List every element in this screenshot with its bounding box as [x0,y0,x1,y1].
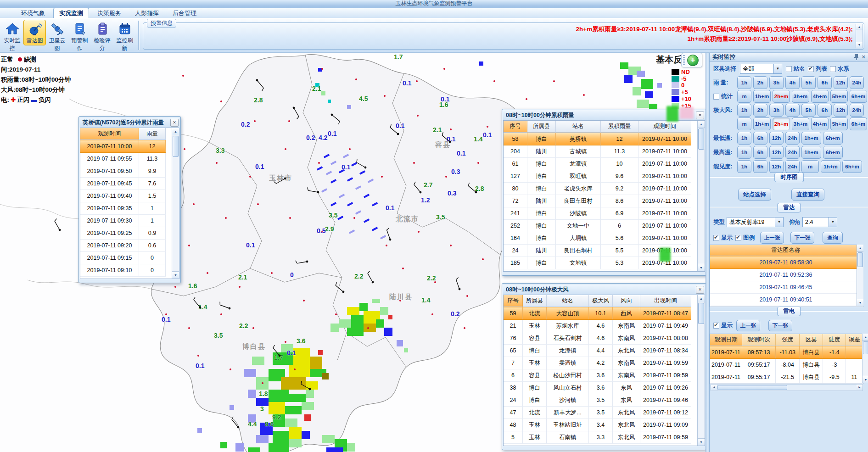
scroll-thumb[interactable] [717,385,787,390]
table-row[interactable]: 61博白龙潭镇102019-07-11 10:00 [504,158,691,170]
radar-type-select[interactable]: 基本反射率19 ▼ [727,217,784,227]
period-button-24h[interactable]: 24h [785,146,800,159]
scroll-down-icon[interactable]: ▼ [857,299,863,306]
period-button-1h+m[interactable]: 1h+m [753,90,771,103]
table-row[interactable]: 65博白龙潭镇4.4东北风2019-07-11 08:34 [504,345,691,357]
map-view[interactable]: 1.72.12.84.51.62.11.43.32.22.72.83.53.52… [0,53,706,452]
close-icon[interactable]: ✕ [170,119,179,127]
period-button-5h+m[interactable]: 5h+m [830,90,848,103]
table-row[interactable]: 252博白文地一中62019-07-11 10:00 [504,220,691,232]
table-row[interactable]: 164博白大垌镇5.62019-07-11 10:00 [504,232,691,245]
table-row[interactable]: 80博白老虎头水库9.22019-07-11 10:00 [504,183,691,195]
period-button-5h+m[interactable]: 5h+m [830,117,848,130]
period-button-2h+m[interactable]: 2h+m [773,117,790,130]
horizontal-scrollbar[interactable]: ◄ ► [711,384,863,391]
period-button-6h+m[interactable]: 6h+m [842,160,862,173]
period-button-1h[interactable]: 1h [737,160,751,173]
toolbar-button-卫星云图[interactable]: 卫星云图 [46,20,68,53]
column-header[interactable]: 极大风 [589,295,613,307]
period-button-3h+m[interactable]: 3h+m [792,117,809,130]
scroll-right-icon[interactable]: ► [857,385,862,390]
scroll-thumb[interactable] [863,341,868,354]
table-row[interactable]: 241博白沙陂镇6.92019-07-11 10:00 [504,207,691,220]
table-row[interactable]: 2019-07-11 09:150 [80,252,166,264]
statistics-checkbox[interactable] [713,94,719,100]
legend-toolbar[interactable]: + [681,53,702,67]
vertical-scrollbar[interactable]: ▲ ▼ [697,121,705,271]
column-header[interactable]: 雨量 [139,128,166,140]
toolbar-button-检验评分[interactable]: 检验评分 [91,20,113,53]
period-button-m[interactable]: m [737,90,751,103]
table-row[interactable]: 48玉林玉林站旧址3.4东北风2019-07-11 09:09 [504,419,691,431]
table-row[interactable]: 38博白凤山立石村3.6东风2019-07-11 09:26 [504,382,691,394]
layer-列表-checkbox[interactable] [808,66,814,72]
chevron-down-icon[interactable]: ▼ [775,218,783,227]
toolbar-button-预警制作[interactable]: 预警制作 [68,20,91,53]
period-button-4h+m[interactable]: 4h+m [811,90,829,103]
menu-tab-环境气象[interactable]: 环境气象 [16,8,50,18]
table-row[interactable]: 2019-07-11 09:509.9 [80,165,166,178]
period-button-4h+m[interactable]: 4h+m [811,117,829,130]
toolbar-button-实时监控[interactable]: 实时监控 [1,20,23,53]
period-button-m[interactable]: m [801,160,819,173]
direct-query-button[interactable]: 直接查询 [791,189,824,201]
station-select-button[interactable]: 站点选择 [738,189,771,201]
window-titlebar[interactable]: 英桥镇(N5702)逐5分钟累计雨量 ✕ [80,117,179,128]
alert-scrollbar[interactable]: ▲ ▼ [856,24,863,48]
table-row[interactable]: 2019-07-11 09:301 [80,215,166,227]
scroll-thumb[interactable] [173,136,179,157]
scroll-down-icon[interactable]: ▼ [856,42,862,48]
layer-站名-checkbox[interactable] [786,66,792,72]
radar-prev-button[interactable]: 上一张 [760,232,784,244]
period-button-3h[interactable]: 3h [769,104,784,117]
table-row[interactable]: 2019-07-11 09:5511.3 [80,153,166,165]
radar-image-row[interactable]: 2019-07-11 09:52:36 [710,269,863,281]
extreme-wind-window[interactable]: 08时~10时00分钟极大风 ✕ 序号所属县站名极大风风向出现时间59北流大容山… [502,283,706,450]
scroll-thumb[interactable] [857,252,863,267]
vertical-scrollbar[interactable]: ▲ ▼ [172,128,179,279]
column-header[interactable]: 风向 [613,295,640,307]
scroll-down-icon[interactable]: ▼ [698,264,705,271]
add-layer-icon[interactable]: + [687,55,699,66]
radar-query-button[interactable]: 查询 [823,232,843,244]
toolbar-button-监控刷新[interactable]: 监控刷新 [113,20,136,53]
period-button-6h[interactable]: 6h [753,160,767,173]
column-header[interactable]: 观测时间 [80,128,139,140]
column-header[interactable]: 误差 [846,334,863,346]
period-button-12h[interactable]: 12h [769,146,784,159]
toolbar-button-雷达图[interactable]: 雷达图 [23,20,46,45]
table-row[interactable]: 2019-07-11 09:100 [80,264,166,277]
period-button-1h+m[interactable]: 1h+m [801,132,821,145]
layer-水系-checkbox[interactable] [830,66,836,72]
period-button-6h+m[interactable]: 6h+m [850,90,867,103]
radar-next-button[interactable]: 下一张 [790,232,814,244]
period-button-5h[interactable]: 5h [801,104,816,117]
drag-handle-icon[interactable] [683,55,685,65]
lightning-row[interactable]: 2019-07-1109:55:17-21.5博白县-9.511 [710,371,863,384]
lightning-row[interactable]: 2019-07-1109:55:17-8.04博白县-3 [710,359,863,371]
period-button-24h[interactable]: 24h [850,76,864,89]
period-button-2h[interactable]: 2h [753,76,767,89]
column-header[interactable]: 观测日期 [710,334,742,346]
close-icon[interactable]: ✕ [862,55,866,60]
period-button-4h[interactable]: 4h [785,76,800,89]
period-button-6h[interactable]: 6h [818,104,832,117]
period-button-1h+m[interactable]: 1h+m [821,160,840,173]
table-row[interactable]: 2019-07-11 09:351 [80,202,166,215]
scroll-up-icon[interactable]: ▲ [856,24,862,30]
district-select[interactable]: 全部 ▼ [740,64,782,74]
period-button-12h[interactable]: 12h [769,132,784,145]
chevron-down-icon[interactable]: ▼ [829,218,837,227]
table-row[interactable]: 5玉林石南镇3.3东北风2019-07-11 09:59 [504,431,691,444]
scroll-down-icon[interactable]: ▼ [172,271,179,279]
radar-elevation-select[interactable]: 2.4 ▼ [802,217,837,227]
radar-show-checkbox[interactable] [713,235,719,241]
period-button-6h[interactable]: 6h [818,76,832,89]
radar-image-row[interactable]: 2019-07-11 09:46:45 [710,281,863,294]
table-row[interactable]: 76容县石头石剑村4.6东南风2019-07-11 08:08 [504,332,691,345]
scroll-down-icon[interactable]: ▼ [862,376,868,383]
scroll-up-icon[interactable]: ▲ [172,128,179,135]
vertical-scrollbar[interactable]: ▲ ▼ [697,295,705,446]
period-button-6h[interactable]: 6h [753,132,767,145]
period-button-m[interactable]: m [737,117,751,130]
